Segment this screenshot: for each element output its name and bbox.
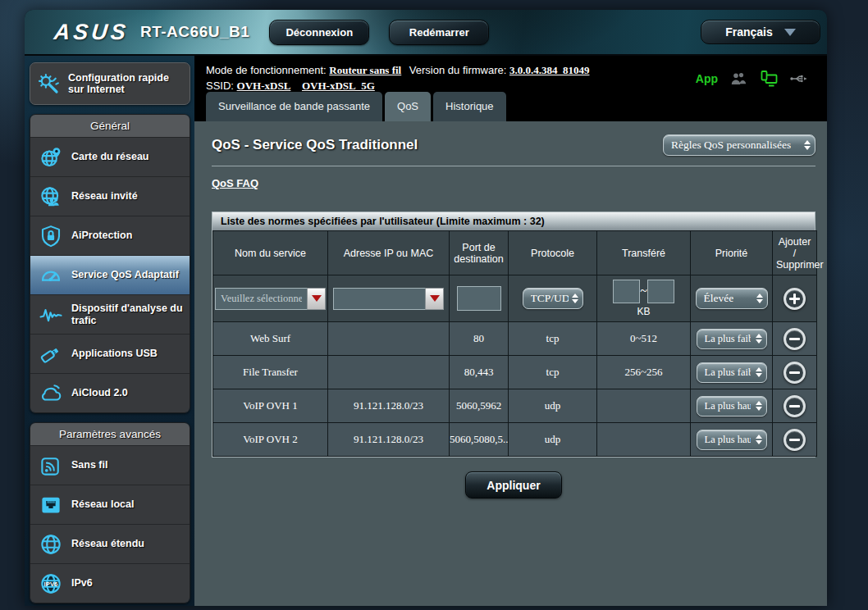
router-admin-window: ASUS RT-AC66U_B1 Déconnexion Redémarrer …: [25, 10, 827, 606]
delete-row-button[interactable]: [783, 429, 806, 451]
table-row: VoIP OVH 2 91.121.128.0/23 5060,5080,5..…: [213, 423, 817, 457]
delete-row-button[interactable]: [783, 328, 806, 350]
page-title: QoS - Service QoS Traditionnel: [212, 137, 418, 153]
gear-wand-icon: [35, 71, 62, 97]
sidebar-item-aicloud[interactable]: AiCloud 2.0: [30, 373, 190, 412]
transfer-max-input[interactable]: [647, 280, 674, 303]
delete-row-button[interactable]: [783, 395, 806, 417]
header-band: ASUS RT-AC66U_B1 Déconnexion Redémarrer …: [25, 10, 827, 56]
tab-historique[interactable]: Historique: [433, 92, 506, 121]
table-row: VoIP OVH 1 91.121.128.0/23 5060,5962 udp…: [213, 389, 817, 423]
row-priority-select[interactable]: La plus haute: [697, 396, 767, 417]
col-header-priority: Priorité: [691, 231, 773, 275]
usb-trident-icon[interactable]: [789, 69, 809, 89]
ipv6-globe-icon: IPV6: [38, 571, 64, 597]
ip-dropdown-button[interactable]: [425, 288, 444, 310]
sidebar-section-title: Paramètres avancés: [30, 423, 190, 445]
delete-row-button[interactable]: [783, 362, 806, 384]
select-arrows-icon: [756, 367, 762, 377]
sidebar: Configuration rapide sur Internet Généra…: [25, 56, 194, 606]
tab-bar: Surveillance de bande passante QoS Histo…: [206, 92, 506, 121]
asus-logo: ASUS: [53, 20, 130, 45]
dest-port-input[interactable]: [457, 286, 501, 311]
sidebar-item-aiprotection[interactable]: AiProtection: [30, 216, 190, 255]
chevron-down-icon: [784, 29, 796, 36]
reboot-button[interactable]: Redémarrer: [389, 20, 489, 45]
tab-surveillance-bande-passante[interactable]: Surveillance de bande passante: [206, 92, 382, 121]
apply-button[interactable]: Appliquer: [465, 471, 562, 498]
select-arrows-icon: [756, 294, 763, 303]
transfer-range: ~ KB: [597, 280, 690, 317]
sidebar-item-dispositif-analyse-trafic[interactable]: Dispositif d'analyse du trafic: [30, 294, 190, 334]
language-select[interactable]: Français: [701, 20, 820, 44]
select-arrows-icon: [804, 140, 811, 150]
sidebar-section-advanced: Paramètres avancés Sans fil: [30, 422, 190, 603]
shield-lock-icon: [38, 223, 64, 249]
sidebar-item-service-qos-adaptatif[interactable]: Service QoS Adaptatif: [30, 255, 190, 294]
row-priority-select[interactable]: La plus faible: [697, 362, 767, 383]
operation-mode-link[interactable]: Routeur sans fil: [329, 64, 401, 76]
clients-icon[interactable]: [729, 69, 748, 89]
qos-faq-link[interactable]: QoS FAQ: [212, 177, 258, 189]
ethernet-port-icon: [38, 492, 64, 518]
ssid-24g-link[interactable]: OVH-xDSL: [237, 80, 291, 92]
col-header-protocol: Protocole: [509, 231, 597, 275]
col-header-transfer: Transféré: [597, 231, 691, 275]
sidebar-item-carte-du-reseau[interactable]: Carte du réseau: [30, 137, 190, 176]
red-arrow-icon: [430, 295, 440, 302]
tab-qos[interactable]: QoS: [385, 92, 431, 121]
select-arrows-icon: [756, 401, 762, 411]
ssid-5g-link[interactable]: OVH-xDSL_5G: [302, 80, 375, 92]
col-header-ip-mac: Adresse IP ou MAC: [328, 231, 450, 275]
sidebar-item-label: Configuration rapide sur Internet: [68, 72, 185, 96]
protocol-select[interactable]: TCP/UDP: [523, 288, 583, 309]
table-row: File Transfer 80,443 tcp 256~256 La plus…: [213, 356, 817, 389]
add-rule-button[interactable]: [783, 288, 806, 310]
wifi-icon: [38, 453, 64, 479]
select-arrows-icon: [572, 294, 578, 303]
devices-sync-icon[interactable]: [759, 69, 779, 89]
logout-button[interactable]: Déconnexion: [269, 20, 369, 45]
globe-icon: [38, 531, 64, 558]
service-name-combo: [215, 288, 326, 310]
sidebar-item-ipv6[interactable]: IPV6 IPv6: [30, 563, 190, 603]
row-priority-select[interactable]: La plus haute: [697, 430, 767, 450]
app-link[interactable]: App: [696, 72, 718, 85]
transfer-min-input[interactable]: [613, 280, 640, 303]
red-arrow-icon: [312, 295, 322, 302]
row-priority-select[interactable]: La plus faible: [697, 329, 767, 349]
guest-network-icon: [38, 184, 64, 210]
speedometer-icon: [38, 262, 64, 289]
qos-rules-select[interactable]: Règles QoS personnalisées: [663, 134, 815, 156]
service-dropdown-button[interactable]: [307, 288, 326, 310]
table-caption: Liste des normes spécifiées par l'utilis…: [212, 212, 815, 230]
select-arrows-icon: [756, 334, 762, 344]
sidebar-item-sans-fil[interactable]: Sans fil: [30, 445, 190, 485]
language-select-value: Français: [725, 25, 773, 39]
cloud-icon: [38, 380, 64, 407]
sidebar-item-quick-setup[interactable]: Configuration rapide sur Internet: [30, 62, 190, 105]
ip-mac-input[interactable]: [333, 288, 425, 310]
network-map-icon: [38, 144, 64, 171]
traffic-waveform-icon: [38, 302, 64, 328]
service-name-input[interactable]: [215, 288, 307, 310]
select-arrows-icon: [756, 435, 762, 444]
svg-text:IPV6: IPV6: [44, 580, 58, 587]
router-model: RT-AC66U_B1: [140, 23, 249, 41]
sidebar-section-general: Général Carte du réseau: [30, 114, 190, 413]
sidebar-item-reseau-invite[interactable]: Réseau invité: [30, 176, 190, 216]
new-rule-input-row: TCP/UDP ~ KB: [213, 275, 817, 322]
sidebar-item-applications-usb[interactable]: Applications USB: [30, 334, 190, 373]
sidebar-item-reseau-etendu[interactable]: Réseau étendu: [30, 524, 190, 563]
ip-mac-combo: [333, 288, 444, 310]
sidebar-item-reseau-local[interactable]: Réseau local: [30, 485, 190, 524]
title-divider: [212, 166, 815, 166]
priority-select[interactable]: Élevée: [696, 288, 768, 309]
usb-drive-icon: [38, 341, 64, 367]
col-header-port: Port de destination: [450, 231, 509, 275]
status-icons: App: [696, 69, 809, 89]
table-row: Web Surf 80 tcp 0~512 La plus faible: [213, 322, 817, 356]
transfer-unit-label: KB: [597, 306, 690, 317]
info-banner: Mode de fonctionnement: Routeur sans fil…: [194, 56, 827, 121]
firmware-version-link[interactable]: 3.0.0.4.384_81049: [509, 64, 590, 76]
